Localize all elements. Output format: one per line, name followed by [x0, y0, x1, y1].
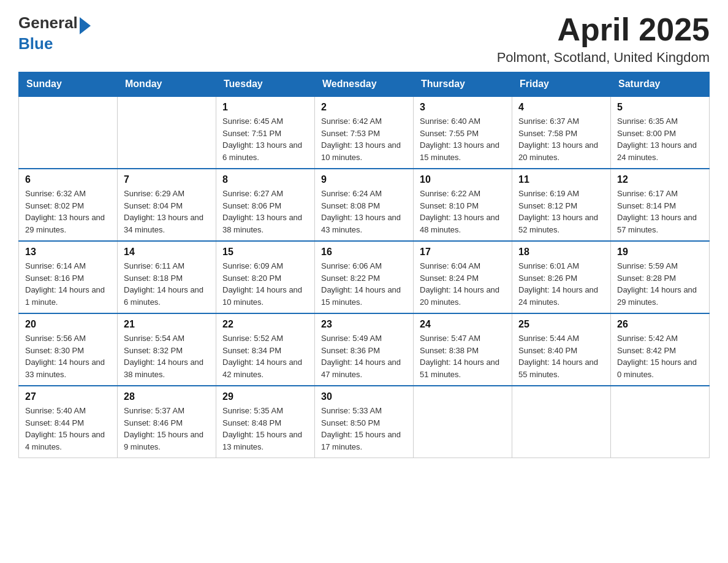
calendar-cell: 26Sunrise: 5:42 AMSunset: 8:42 PMDayligh… [611, 313, 710, 386]
cell-daylight: Daylight: 13 hours and 29 minutes. [25, 212, 111, 236]
calendar-cell: 6Sunrise: 6:32 AMSunset: 8:02 PMDaylight… [19, 169, 118, 241]
cell-info: Sunrise: 6:27 AMSunset: 8:06 PMDaylight:… [222, 188, 308, 236]
day-header-tuesday: Tuesday [216, 72, 315, 97]
cell-daylight: Daylight: 13 hours and 20 minutes. [518, 139, 604, 163]
cell-sunset: Sunset: 8:14 PM [617, 200, 703, 212]
calendar-cell: 30Sunrise: 5:33 AMSunset: 8:50 PMDayligh… [315, 386, 414, 458]
cell-sunset: Sunset: 8:46 PM [124, 417, 210, 429]
calendar-cell: 12Sunrise: 6:17 AMSunset: 8:14 PMDayligh… [611, 169, 710, 241]
cell-day-number: 11 [518, 174, 604, 185]
cell-daylight: Daylight: 14 hours and 10 minutes. [222, 284, 308, 308]
cell-sunset: Sunset: 8:40 PM [518, 345, 604, 357]
cell-day-number: 17 [420, 247, 506, 258]
cell-sunrise: Sunrise: 6:09 AM [222, 260, 308, 272]
calendar-cell: 11Sunrise: 6:19 AMSunset: 8:12 PMDayligh… [512, 169, 611, 241]
cell-daylight: Daylight: 15 hours and 17 minutes. [321, 429, 407, 453]
calendar-header: SundayMondayTuesdayWednesdayThursdayFrid… [19, 72, 710, 97]
cell-day-number: 24 [420, 319, 506, 330]
calendar-cell: 27Sunrise: 5:40 AMSunset: 8:44 PMDayligh… [19, 386, 118, 458]
cell-info: Sunrise: 5:47 AMSunset: 8:38 PMDaylight:… [420, 332, 506, 380]
cell-sunrise: Sunrise: 6:37 AM [518, 115, 604, 128]
cell-sunrise: Sunrise: 6:06 AM [321, 260, 407, 272]
cell-daylight: Daylight: 13 hours and 38 minutes. [222, 212, 308, 236]
cell-daylight: Daylight: 13 hours and 34 minutes. [124, 212, 210, 236]
cell-sunrise: Sunrise: 5:42 AM [617, 332, 703, 345]
cell-sunset: Sunset: 8:30 PM [25, 345, 111, 357]
page-location: Polmont, Scotland, United Kingdom [497, 50, 710, 66]
cell-day-number: 21 [124, 319, 210, 330]
cell-daylight: Daylight: 13 hours and 52 minutes. [518, 212, 604, 236]
cell-info: Sunrise: 5:35 AMSunset: 8:48 PMDaylight:… [222, 405, 308, 453]
cell-sunset: Sunset: 8:06 PM [222, 200, 308, 212]
cell-sunrise: Sunrise: 5:47 AM [420, 332, 506, 345]
cell-daylight: Daylight: 14 hours and 33 minutes. [25, 356, 111, 380]
cell-sunrise: Sunrise: 5:52 AM [222, 332, 308, 345]
cell-daylight: Daylight: 13 hours and 57 minutes. [617, 212, 703, 236]
calendar-cell: 8Sunrise: 6:27 AMSunset: 8:06 PMDaylight… [216, 169, 315, 241]
cell-day-number: 12 [617, 174, 703, 185]
cell-daylight: Daylight: 13 hours and 6 minutes. [222, 139, 308, 163]
cell-day-number: 8 [222, 174, 308, 185]
calendar-week-2: 6Sunrise: 6:32 AMSunset: 8:02 PMDaylight… [19, 169, 710, 241]
calendar-week-5: 27Sunrise: 5:40 AMSunset: 8:44 PMDayligh… [19, 386, 710, 458]
day-header-thursday: Thursday [414, 72, 512, 97]
cell-daylight: Daylight: 14 hours and 1 minute. [25, 284, 111, 308]
calendar-cell: 5Sunrise: 6:35 AMSunset: 8:00 PMDaylight… [611, 96, 710, 169]
cell-info: Sunrise: 6:29 AMSunset: 8:04 PMDaylight:… [124, 188, 210, 236]
cell-info: Sunrise: 6:45 AMSunset: 7:51 PMDaylight:… [222, 115, 308, 163]
cell-sunrise: Sunrise: 6:45 AM [222, 115, 308, 128]
calendar-cell: 29Sunrise: 5:35 AMSunset: 8:48 PMDayligh… [216, 386, 315, 458]
cell-sunset: Sunset: 8:44 PM [25, 417, 111, 429]
calendar-cell: 4Sunrise: 6:37 AMSunset: 7:58 PMDaylight… [512, 96, 611, 169]
calendar-cell: 24Sunrise: 5:47 AMSunset: 8:38 PMDayligh… [414, 313, 512, 386]
cell-info: Sunrise: 5:49 AMSunset: 8:36 PMDaylight:… [321, 332, 407, 380]
cell-day-number: 27 [25, 391, 111, 402]
cell-sunrise: Sunrise: 5:49 AM [321, 332, 407, 345]
cell-daylight: Daylight: 14 hours and 15 minutes. [321, 284, 407, 308]
cell-sunset: Sunset: 8:26 PM [518, 272, 604, 285]
calendar-cell: 18Sunrise: 6:01 AMSunset: 8:26 PMDayligh… [512, 241, 611, 313]
cell-daylight: Daylight: 15 hours and 0 minutes. [617, 356, 703, 380]
cell-sunset: Sunset: 8:04 PM [124, 200, 210, 212]
calendar-cell: 3Sunrise: 6:40 AMSunset: 7:55 PMDaylight… [414, 96, 512, 169]
cell-day-number: 14 [124, 247, 210, 258]
calendar-cell [611, 386, 710, 458]
cell-sunrise: Sunrise: 6:40 AM [420, 115, 506, 128]
logo-blue: Blue [18, 34, 53, 53]
cell-info: Sunrise: 5:37 AMSunset: 8:46 PMDaylight:… [124, 405, 210, 453]
calendar-cell [512, 386, 611, 458]
day-header-row: SundayMondayTuesdayWednesdayThursdayFrid… [19, 72, 710, 97]
cell-sunrise: Sunrise: 5:44 AM [518, 332, 604, 345]
calendar-cell: 9Sunrise: 6:24 AMSunset: 8:08 PMDaylight… [315, 169, 414, 241]
cell-sunset: Sunset: 8:34 PM [222, 345, 308, 357]
cell-sunset: Sunset: 8:02 PM [25, 200, 111, 212]
cell-day-number: 16 [321, 247, 407, 258]
cell-sunset: Sunset: 7:58 PM [518, 128, 604, 140]
cell-info: Sunrise: 6:42 AMSunset: 7:53 PMDaylight:… [321, 115, 407, 163]
cell-info: Sunrise: 6:37 AMSunset: 7:58 PMDaylight:… [518, 115, 604, 163]
calendar-cell: 16Sunrise: 6:06 AMSunset: 8:22 PMDayligh… [315, 241, 414, 313]
cell-daylight: Daylight: 14 hours and 6 minutes. [124, 284, 210, 308]
cell-sunrise: Sunrise: 5:33 AM [321, 405, 407, 417]
cell-sunset: Sunset: 8:50 PM [321, 417, 407, 429]
cell-day-number: 1 [222, 102, 308, 113]
title-block: April 2025 Polmont, Scotland, United Kin… [497, 12, 710, 66]
calendar-cell: 21Sunrise: 5:54 AMSunset: 8:32 PMDayligh… [118, 313, 216, 386]
day-header-wednesday: Wednesday [315, 72, 414, 97]
cell-info: Sunrise: 6:32 AMSunset: 8:02 PMDaylight:… [25, 188, 111, 236]
cell-sunrise: Sunrise: 6:29 AM [124, 188, 210, 200]
calendar-cell: 17Sunrise: 6:04 AMSunset: 8:24 PMDayligh… [414, 241, 512, 313]
cell-sunset: Sunset: 8:38 PM [420, 345, 506, 357]
cell-sunrise: Sunrise: 5:56 AM [25, 332, 111, 345]
cell-daylight: Daylight: 14 hours and 38 minutes. [124, 356, 210, 380]
cell-sunset: Sunset: 8:12 PM [518, 200, 604, 212]
cell-sunset: Sunset: 8:08 PM [321, 200, 407, 212]
cell-day-number: 4 [518, 102, 604, 113]
cell-info: Sunrise: 5:42 AMSunset: 8:42 PMDaylight:… [617, 332, 703, 380]
cell-daylight: Daylight: 15 hours and 9 minutes. [124, 429, 210, 453]
cell-info: Sunrise: 6:11 AMSunset: 8:18 PMDaylight:… [124, 260, 210, 308]
cell-sunrise: Sunrise: 6:17 AM [617, 188, 703, 200]
calendar-week-1: 1Sunrise: 6:45 AMSunset: 7:51 PMDaylight… [19, 96, 710, 169]
logo: General Blue [18, 12, 91, 53]
cell-day-number: 22 [222, 319, 308, 330]
